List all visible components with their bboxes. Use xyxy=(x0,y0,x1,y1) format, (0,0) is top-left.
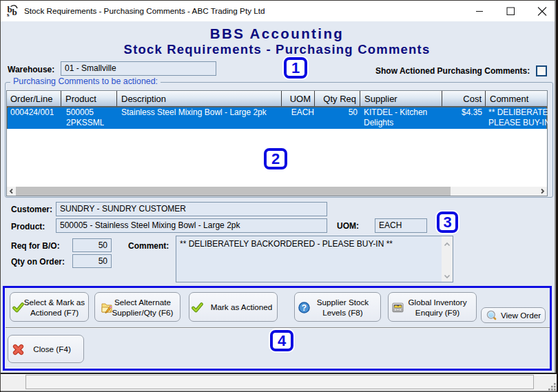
svg-text:?: ? xyxy=(302,303,307,313)
svg-text:b: b xyxy=(12,7,17,17)
svg-text:s: s xyxy=(7,11,10,18)
